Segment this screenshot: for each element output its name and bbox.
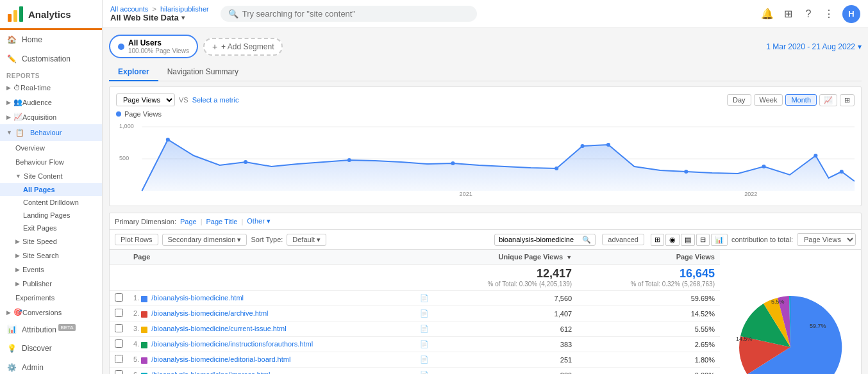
metric-dropdown[interactable]: Page Views — [116, 94, 175, 106]
filter-input[interactable] — [499, 236, 582, 243]
dim-page-link[interactable]: Page — [180, 218, 197, 225]
svg-point-12 — [581, 144, 585, 148]
row-number: 5. — [133, 355, 139, 363]
row-checkbox[interactable] — [115, 355, 123, 363]
unique-pv-header[interactable]: Unique Page Views ▼ — [434, 250, 577, 264]
svg-rect-2 — [19, 6, 23, 22]
page-link[interactable]: /bioanalysis-biomedicine/instructionsfor… — [151, 340, 313, 348]
sidebar-item-site-content[interactable]: ▼Site Content — [0, 169, 102, 183]
date-caret: ▾ — [858, 42, 862, 51]
page-link[interactable]: /bioanalysis-biomedicine/archive.html — [151, 309, 268, 317]
page-cell: 6. /bioanalysis-biomedicine/impress.html — [128, 368, 415, 375]
page-views-chart: 1,000 500 — [116, 120, 855, 197]
page-icon: 📄 — [420, 309, 429, 317]
svg-point-10 — [451, 161, 455, 165]
help-icon[interactable]: ? — [801, 7, 815, 21]
pv-pct-cell: 5.55% — [577, 321, 720, 337]
secondary-dim-button[interactable]: Secondary dimension ▾ — [162, 234, 247, 246]
filter-box[interactable]: 🔍 — [494, 234, 596, 246]
sidebar-item-home[interactable]: 🏠 Home — [0, 30, 102, 49]
expand-icon: ▼ — [6, 129, 12, 136]
sidebar-item-landing-pages[interactable]: Landing Pages — [0, 209, 102, 222]
sidebar-discover-label: Discover — [22, 344, 52, 353]
notification-icon[interactable]: 🔔 — [760, 7, 774, 21]
grid-view-icon[interactable]: ⊞ — [651, 234, 664, 246]
row-checkbox[interactable] — [115, 293, 123, 302]
search-filter-icon[interactable]: 🔍 — [582, 236, 591, 244]
sidebar-realtime-label: Real-time — [21, 84, 51, 92]
plot-rows-button[interactable]: Plot Rows — [115, 234, 158, 245]
contribution-dropdown[interactable]: Page Views — [797, 233, 856, 246]
table-left: Page Unique Page Views ▼ Page Views — [110, 250, 720, 374]
checkbox-header — [110, 250, 128, 264]
sidebar-item-experiments[interactable]: Experiments — [0, 291, 102, 305]
color-indicator — [141, 327, 147, 333]
page-link[interactable]: /bioanalysis-biomedicine/current-issue.h… — [151, 325, 286, 332]
home-icon: 🏠 — [6, 35, 17, 45]
day-btn[interactable]: Day — [727, 94, 751, 106]
sidebar-item-exit-pages[interactable]: Exit Pages — [0, 222, 102, 234]
sidebar-item-customisation[interactable]: ✏️ Customisation — [0, 49, 102, 69]
sidebar-item-behaviour[interactable]: ▼ 📋 Behaviour — [0, 124, 102, 141]
row-checkbox[interactable] — [115, 324, 123, 332]
sidebar-item-admin[interactable]: ⚙️ Admin — [0, 358, 102, 374]
sidebar-item-all-pages[interactable]: All Pages — [0, 183, 102, 196]
dim-other-dropdown[interactable]: Other ▾ — [247, 217, 271, 225]
segment-dot — [118, 44, 124, 50]
week-btn[interactable]: Week — [754, 94, 783, 106]
tab-navigation-summary[interactable]: Navigation Summary — [158, 63, 247, 81]
row-checkbox[interactable] — [115, 370, 123, 374]
sidebar-behaviour-label: Behaviour — [30, 129, 62, 136]
expand-icon: ▶ — [15, 280, 20, 287]
svg-point-17 — [840, 170, 844, 174]
search-input[interactable] — [242, 9, 469, 19]
apps-icon[interactable]: ⊞ — [781, 7, 795, 21]
row-checkbox[interactable] — [115, 309, 123, 317]
svg-point-11 — [555, 167, 558, 170]
segment-chip-all-users[interactable]: All Users 100.00% Page Views — [109, 35, 198, 58]
property-selector[interactable]: All Web Site Data ▾ — [110, 13, 206, 22]
avatar[interactable]: H — [842, 5, 860, 23]
sidebar-item-events[interactable]: ▶Events — [0, 263, 102, 277]
add-segment-button[interactable]: + + Add Segment — [203, 38, 283, 56]
sort-type-button[interactable]: Default ▾ — [287, 234, 326, 246]
select-metric[interactable]: Select a metric — [192, 96, 239, 104]
page-link[interactable]: /bioanalysis-biomedicine/impress.html — [151, 371, 270, 374]
expand-icon: ▶ — [15, 238, 20, 245]
page-link[interactable]: /bioanalysis-biomedicine.html — [151, 294, 244, 302]
advanced-button[interactable]: advanced — [602, 234, 644, 245]
bar-view-icon[interactable]: ▤ — [681, 234, 695, 246]
sidebar-item-publisher[interactable]: ▶Publisher — [0, 277, 102, 291]
admin-icon: ⚙️ — [6, 362, 17, 373]
sidebar-item-audience[interactable]: ▶ 👥 Audience — [0, 95, 102, 110]
page-cell: 3. /bioanalysis-biomedicine/current-issu… — [128, 321, 415, 337]
pivot-view-icon[interactable]: ⊟ — [696, 234, 710, 246]
sidebar-item-behaviour-flow[interactable]: Behaviour Flow — [0, 155, 102, 169]
sidebar-item-site-speed[interactable]: ▶Site Speed — [0, 234, 102, 248]
analytics-logo-icon — [6, 5, 24, 23]
sidebar-item-conversions[interactable]: ▶ 🎯 Conversions — [0, 305, 102, 320]
sidebar-item-realtime[interactable]: ▶ ⏱ Real-time — [0, 81, 102, 95]
row-checkbox[interactable] — [115, 339, 123, 348]
sidebar-item-attribution[interactable]: 📊 Attribution BETA — [0, 320, 102, 339]
date-range-selector[interactable]: 1 Mar 2020 - 21 Aug 2022 ▾ — [766, 42, 862, 51]
sparkline-view-icon[interactable]: 📊 — [711, 234, 728, 246]
sidebar-item-content-drilldown[interactable]: Content Drilldown — [0, 196, 102, 209]
month-btn[interactable]: Month — [785, 94, 817, 106]
dim-page-title-link[interactable]: Page Title — [206, 218, 238, 225]
sidebar-item-acquisition[interactable]: ▶ 📈 Acquisition — [0, 110, 102, 124]
line-chart-icon-btn[interactable]: 📈 — [819, 94, 837, 106]
more-icon[interactable]: ⋮ — [822, 7, 836, 21]
tab-explorer[interactable]: Explorer — [109, 63, 158, 81]
svg-point-15 — [762, 165, 765, 168]
sidebar-item-discover[interactable]: 💡 Discover — [0, 339, 102, 358]
audience-icon: 👥 — [13, 98, 22, 106]
breadcrumb: All accounts > hilarisipublisher — [110, 5, 209, 13]
pie-view-icon[interactable]: ◉ — [665, 234, 680, 246]
sidebar-item-overview[interactable]: Overview — [0, 141, 102, 155]
search-box[interactable]: 🔍 — [221, 6, 477, 22]
conversions-icon: 🎯 — [13, 308, 22, 316]
sidebar-item-site-search[interactable]: ▶Site Search — [0, 248, 102, 263]
table-icon-btn[interactable]: ⊞ — [840, 94, 855, 106]
page-link[interactable]: /bioanalysis-biomedicine/editorial-board… — [151, 355, 290, 363]
